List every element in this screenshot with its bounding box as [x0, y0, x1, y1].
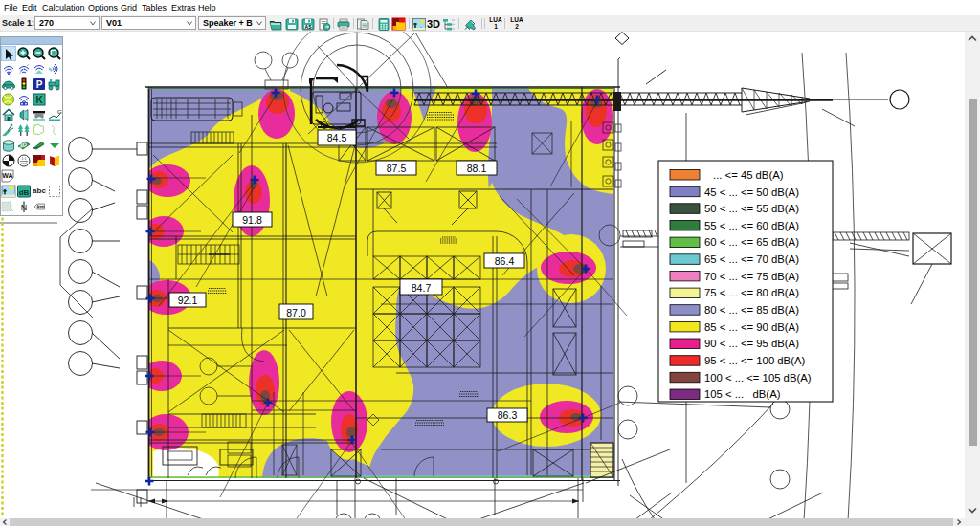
- svg-text:N: N: [21, 203, 28, 212]
- svg-text:86.4: 86.4: [495, 255, 515, 267]
- svg-text:G: G: [57, 109, 62, 115]
- svg-text:105 < ... dB(A): 105 < ... dB(A): [704, 388, 781, 400]
- svg-text:80 < ... <= 85 dB(A): 80 < ... <= 85 dB(A): [704, 304, 799, 316]
- svg-text:50 < ... <= 55 dB(A): 50 < ... <= 55 dB(A): [704, 203, 799, 214]
- svg-text:91.8: 91.8: [242, 214, 262, 226]
- svg-text:100 < ... <= 105 dB(A): 100 < ... <= 105 dB(A): [704, 372, 812, 384]
- svg-text:AS: AS: [305, 24, 313, 30]
- svg-text:87.5: 87.5: [387, 163, 407, 174]
- svg-text:WA: WA: [2, 172, 12, 179]
- svg-text:86.3: 86.3: [498, 409, 518, 421]
- svg-text:55 < ... <= 60 dB(A): 55 < ... <= 60 dB(A): [704, 220, 799, 231]
- svg-text:75 < ... <= 80 dB(A): 75 < ... <= 80 dB(A): [704, 287, 799, 298]
- svg-text:85 < ... <= 90 dB(A): 85 < ... <= 90 dB(A): [704, 321, 799, 333]
- svg-text:65 < ... <= 70 dB(A): 65 < ... <= 70 dB(A): [704, 253, 799, 265]
- svg-text:... <= 45 dB(A): ... <= 45 dB(A): [713, 169, 784, 181]
- svg-text:95 < ... <= 100 dB(A): 95 < ... <= 100 dB(A): [704, 355, 805, 366]
- svg-text:84.7: 84.7: [412, 282, 432, 294]
- svg-text:dB: dB: [19, 188, 30, 197]
- svg-text:87.0: 87.0: [286, 307, 306, 318]
- svg-text:70 < ... <= 75 dB(A): 70 < ... <= 75 dB(A): [704, 271, 799, 282]
- svg-text:90 < ... <= 95 dB(A): 90 < ... <= 95 dB(A): [704, 338, 799, 349]
- svg-text:88.1: 88.1: [467, 163, 487, 174]
- svg-text:scal: scal: [21, 162, 27, 165]
- svg-text:K: K: [35, 95, 43, 105]
- svg-text:92.1: 92.1: [178, 295, 198, 306]
- svg-text:60 < ... <= 65 dB(A): 60 < ... <= 65 dB(A): [704, 236, 799, 248]
- svg-text:P: P: [36, 79, 43, 90]
- svg-text:1:1: 1:1: [22, 157, 27, 161]
- svg-text:84.5: 84.5: [327, 132, 347, 143]
- svg-text:km: km: [37, 204, 45, 209]
- svg-text:45 < ... <= 50 dB(A): 45 < ... <= 50 dB(A): [704, 186, 799, 198]
